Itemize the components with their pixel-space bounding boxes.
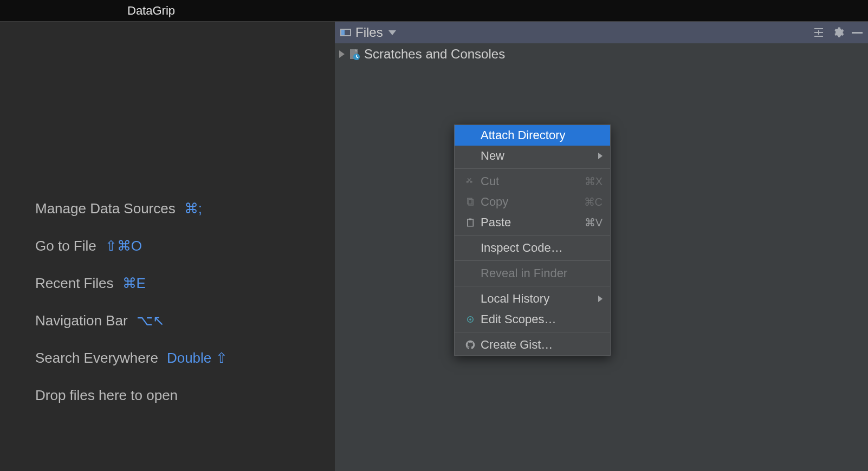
svg-rect-6 xyxy=(469,219,472,220)
menu-edit-scopes[interactable]: Edit Scopes… xyxy=(455,309,610,330)
menu-separator xyxy=(455,168,610,169)
scissors-icon xyxy=(462,176,478,186)
menu-item-label: Inspect Code… xyxy=(478,241,603,255)
scroll-from-source-icon[interactable] xyxy=(813,28,825,37)
tip-shortcut: Double ⇧ xyxy=(167,350,228,367)
tip-manage-data-sources[interactable]: Manage Data Sources ⌘; xyxy=(35,200,335,217)
menu-attach-directory[interactable]: Attach Directory xyxy=(455,125,610,146)
scratches-icon xyxy=(349,49,360,60)
menu-reveal-in-finder: Reveal in Finder xyxy=(455,263,610,284)
menu-item-label: Cut xyxy=(478,174,585,188)
svg-point-8 xyxy=(469,318,471,320)
tip-shortcut: ⌘; xyxy=(184,200,202,217)
menu-local-history[interactable]: Local History xyxy=(455,289,610,309)
menu-item-shortcut: ⌘X xyxy=(585,175,603,188)
tip-label: Search Everywhere xyxy=(35,350,158,367)
tip-shortcut: ⌥↖ xyxy=(137,312,165,329)
menu-item-label: Paste xyxy=(478,215,585,230)
tip-label: Go to File xyxy=(35,238,96,254)
context-menu: Attach Directory New Cut ⌘X Copy ⌘C Past… xyxy=(454,125,611,356)
menu-copy: Copy ⌘C xyxy=(455,192,610,212)
menu-item-label: Reveal in Finder xyxy=(478,266,603,280)
expand-arrow-icon[interactable] xyxy=(339,50,345,58)
menu-item-shortcut: ⌘C xyxy=(584,195,603,208)
menu-item-label: Edit Scopes… xyxy=(478,312,603,326)
menu-item-label: Local History xyxy=(478,292,598,306)
menu-item-label: New xyxy=(478,149,598,163)
menu-separator xyxy=(455,286,610,286)
tip-drop-files[interactable]: Drop files here to open xyxy=(35,387,335,404)
tree-item-label: Scratches and Consoles xyxy=(364,47,505,62)
tip-shortcut: ⇧⌘O xyxy=(105,238,142,254)
github-icon xyxy=(462,340,478,350)
svg-rect-5 xyxy=(468,219,474,226)
chevron-down-icon[interactable] xyxy=(388,30,396,35)
menu-paste[interactable]: Paste ⌘V xyxy=(455,212,610,233)
submenu-arrow-icon xyxy=(598,153,603,159)
copy-icon xyxy=(462,197,478,207)
tip-label: Manage Data Sources xyxy=(35,200,176,217)
svg-rect-0 xyxy=(852,32,863,34)
hide-icon[interactable] xyxy=(852,31,863,34)
tip-navigation-bar[interactable]: Navigation Bar ⌥↖ xyxy=(35,312,335,329)
app-title: DataGrip xyxy=(127,4,175,18)
menu-new[interactable]: New xyxy=(455,146,610,166)
menu-create-gist[interactable]: Create Gist… xyxy=(455,335,610,355)
target-icon xyxy=(462,315,478,324)
menu-inspect-code[interactable]: Inspect Code… xyxy=(455,238,610,258)
menu-item-label: Create Gist… xyxy=(478,338,603,352)
welcome-panel: Manage Data Sources ⌘; Go to File ⇧⌘O Re… xyxy=(0,22,335,471)
main-area: Manage Data Sources ⌘; Go to File ⇧⌘O Re… xyxy=(0,22,868,471)
menu-separator xyxy=(455,260,610,261)
clipboard-icon xyxy=(462,218,478,227)
menu-item-label: Copy xyxy=(478,195,584,209)
submenu-arrow-icon xyxy=(598,296,603,302)
toolwin-header: Files xyxy=(335,22,868,43)
menu-separator xyxy=(455,332,610,332)
menu-separator xyxy=(455,235,610,236)
tip-label: Navigation Bar xyxy=(35,312,128,329)
menu-cut: Cut ⌘X xyxy=(455,171,610,192)
gear-icon[interactable] xyxy=(832,27,844,38)
tree-item-scratches[interactable]: Scratches and Consoles xyxy=(335,43,868,65)
project-view-icon[interactable] xyxy=(340,29,351,36)
tip-go-to-file[interactable]: Go to File ⇧⌘O xyxy=(35,238,335,254)
titlebar: DataGrip xyxy=(0,0,868,22)
tip-label: Drop files here to open xyxy=(35,387,178,404)
toolwin-title[interactable]: Files xyxy=(355,25,383,40)
welcome-tips: Manage Data Sources ⌘; Go to File ⇧⌘O Re… xyxy=(35,200,335,424)
tip-label: Recent Files xyxy=(35,275,114,292)
menu-item-label: Attach Directory xyxy=(478,128,603,142)
menu-item-shortcut: ⌘V xyxy=(585,216,603,229)
tip-search-everywhere[interactable]: Search Everywhere Double ⇧ xyxy=(35,350,335,367)
tip-recent-files[interactable]: Recent Files ⌘E xyxy=(35,275,335,292)
tip-shortcut: ⌘E xyxy=(122,275,146,292)
